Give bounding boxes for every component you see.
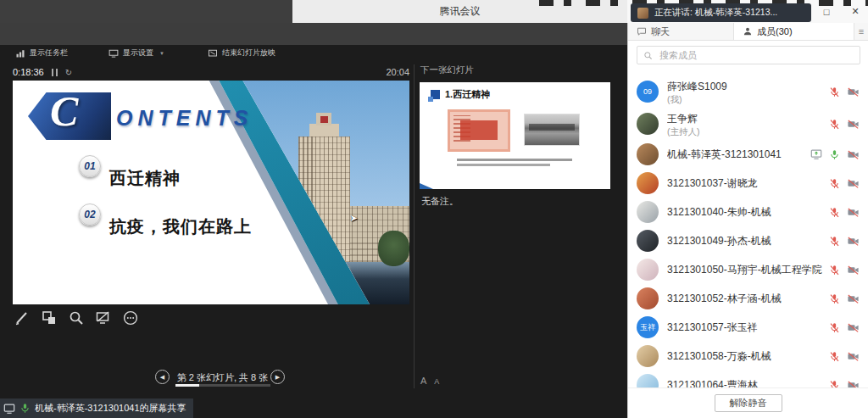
pen-icon[interactable] [12, 308, 32, 328]
pause-timer-icon[interactable] [52, 69, 58, 76]
member-name: 王争辉 [667, 112, 829, 126]
member-row[interactable]: 玉祥3121301057-张玉祥 [628, 313, 868, 342]
notes-font-increase-button[interactable]: A [420, 376, 426, 386]
preview-image-ticket [448, 109, 510, 152]
mic-muted-icon [829, 293, 840, 304]
mic-muted-icon [829, 207, 840, 218]
toc-number-badge: 01 [79, 155, 101, 177]
panel-tabs: 聊天 成员(30) ≡ [628, 23, 868, 41]
preview-caption-line [457, 159, 572, 161]
toc-label: 抗疫，我们在路上 [109, 215, 252, 238]
next-arrow-icon: ▶ [275, 374, 280, 381]
member-row[interactable]: 09薛张峰S1009(我) [628, 75, 868, 108]
display-settings-button[interactable]: 显示设置▼ [108, 47, 164, 59]
presenter-top-band [0, 23, 627, 45]
mic-muted-icon [829, 236, 840, 247]
member-name: 薛张峰S1009 [667, 80, 829, 94]
slide-title-rest: ONTENTS [116, 106, 253, 131]
share-banner-label: 机械-韩泽英-3121301041的屏幕共享 [35, 402, 186, 415]
monitor-icon [3, 403, 15, 415]
toc-label: 西迁精神 [109, 167, 181, 190]
member-search[interactable] [637, 46, 860, 64]
see-all-slides-icon[interactable] [39, 308, 59, 328]
toc-number-badge: 02 [79, 203, 101, 226]
panel-footer: 解除静音 [628, 387, 868, 418]
camera-off-icon [847, 236, 860, 247]
previous-arrow-icon: ◀ [160, 374, 164, 381]
avatar [637, 201, 659, 223]
current-slide[interactable]: C ONTENTS 01西迁精神02抗疫，我们在路上 ➤ [13, 81, 409, 304]
pane-divider [414, 64, 415, 388]
close-icon[interactable]: ✕ [849, 6, 861, 17]
unmute-button[interactable]: 解除静音 [715, 394, 782, 412]
member-name: 3121301064-曹海林 [667, 378, 829, 388]
timer-row: 0:18:36 ↻ [13, 67, 72, 77]
member-row[interactable]: 3121301040-朱帅-机械 [628, 198, 868, 226]
titlebar-left-region [0, 0, 292, 23]
restart-timer-icon[interactable]: ↻ [65, 69, 72, 76]
mouse-cursor: ➤ [350, 213, 358, 224]
end-slideshow-button[interactable]: 结束幻灯片放映 [208, 47, 275, 59]
zoom-slide-icon[interactable] [66, 308, 86, 328]
member-name: 机械-韩泽英-3121301041 [667, 148, 810, 162]
member-row[interactable]: 王争辉(主持人) [628, 108, 868, 140]
camera-off-icon [847, 351, 860, 362]
camera-off-icon [847, 293, 860, 304]
camera-off-icon [847, 86, 860, 98]
mic-muted-icon [829, 86, 840, 98]
next-slide-label: 下一张幻灯片 [420, 64, 474, 76]
search-input[interactable] [658, 49, 854, 61]
avatar [637, 287, 659, 309]
notes-font-decrease-button[interactable]: A [434, 377, 439, 386]
member-role: (我) [667, 94, 829, 104]
member-row[interactable]: 3121301058-万淼-机械 [628, 342, 868, 371]
speaking-indicator-popup: 正在讲话: 机械-韩泽英-31213... [631, 3, 811, 22]
next-slide-preview[interactable]: 1.西迁精神 [420, 82, 610, 189]
clock-time: 20:04 [371, 67, 409, 77]
member-row[interactable]: 机械-韩泽英-3121301041 [628, 140, 868, 169]
mic-on-icon [829, 149, 840, 160]
mic-muted-icon [829, 265, 840, 276]
camera-off-icon [847, 265, 860, 276]
member-name: 3121301058-万淼-机械 [667, 349, 829, 364]
notes-placeholder: 无备注。 [421, 195, 459, 208]
camera-off-icon [847, 207, 860, 218]
screen-share-banner: 机械-韩泽英-3121301041的屏幕共享 [0, 398, 193, 418]
more-options-icon[interactable] [120, 308, 141, 328]
camera-off-icon [847, 178, 860, 189]
member-role: (主持人) [667, 126, 829, 137]
next-slide-button[interactable]: ▶ [270, 370, 285, 384]
member-row[interactable]: 3121301052-林子涵-机械 [628, 284, 868, 313]
member-row[interactable]: 3121301064-曹海林 [628, 371, 868, 387]
previous-slide-button[interactable]: ◀ [155, 370, 170, 384]
avatar [637, 113, 659, 135]
tab-chat[interactable]: 聊天 [628, 23, 734, 40]
next-slide-heading: 1.西迁精神 [445, 88, 490, 101]
camera-off-icon [847, 322, 860, 333]
black-screen-icon[interactable] [93, 308, 114, 328]
member-row[interactable]: 3121301049-孙杰-机械 [628, 226, 868, 255]
maximize-icon[interactable]: □ [821, 7, 832, 17]
mic-muted-icon [829, 351, 840, 362]
member-row[interactable]: 3121301037-谢晓龙 [628, 169, 868, 198]
bullet-square-icon [431, 90, 440, 99]
show-taskbar-button[interactable]: 显示任务栏 [15, 47, 68, 59]
search-icon [643, 51, 653, 60]
camera-off-icon [847, 380, 860, 388]
elapsed-timer: 0:18:36 [13, 67, 44, 77]
mic-active-icon [19, 403, 31, 414]
member-list: 09薛张峰S1009(我)王争辉(主持人)机械-韩泽英-312130104131… [628, 71, 868, 387]
members-icon [743, 26, 753, 36]
preview-image-photo [524, 114, 580, 146]
member-row[interactable]: 3121301050-马翔宇-机械工程学院 [628, 255, 868, 284]
slide-progress-bar [175, 384, 270, 387]
panel-menu-icon[interactable]: ≡ [854, 23, 868, 40]
avatar [637, 172, 659, 194]
chevron-down-icon: ▼ [159, 51, 164, 56]
avatar [637, 143, 659, 165]
preview-caption-line [457, 164, 550, 166]
mic-muted-icon [829, 380, 840, 388]
tab-members[interactable]: 成员(30) [734, 23, 854, 40]
avatar [637, 259, 659, 281]
mic-muted-icon [829, 322, 840, 333]
